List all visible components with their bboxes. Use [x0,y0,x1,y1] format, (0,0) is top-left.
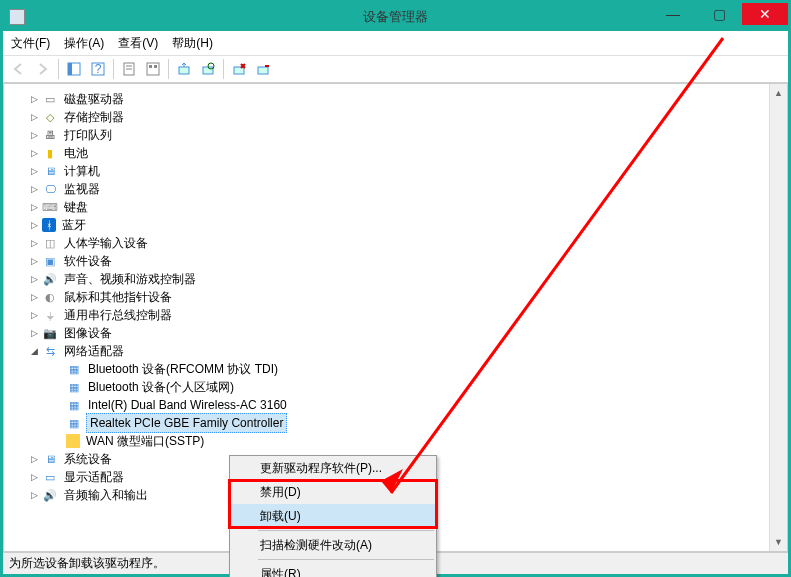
svg-text:?: ? [95,62,102,76]
adapter-icon: ▦ [66,379,82,395]
hid-icon: ◫ [42,235,58,251]
node-hid[interactable]: ▷◫人体学输入设备 [14,234,769,252]
node-software[interactable]: ▷▣软件设备 [14,252,769,270]
network-icon: ⇆ [42,343,58,359]
scroll-up-icon[interactable]: ▲ [770,84,787,102]
audio-io-icon: 🔊 [42,487,58,503]
computer-icon: 🖥 [42,163,58,179]
ctx-update-driver[interactable]: 更新驱动程序软件(P)... [230,456,436,480]
storage-icon: ◇ [42,109,58,125]
toolbar: ? [3,55,788,83]
properties-button[interactable] [117,57,141,81]
battery-icon: ▮ [42,145,58,161]
scroll-down-icon[interactable]: ▼ [770,533,787,551]
system-icon: 🖥 [42,451,58,467]
scan-hardware-button[interactable] [196,57,220,81]
device-manager-window: 设备管理器 — ▢ ✕ 文件(F) 操作(A) 查看(V) 帮助(H) ? ▷▭… [0,0,791,577]
uninstall-button[interactable] [227,57,251,81]
ctx-disable[interactable]: 禁用(D) [230,480,436,504]
audio-icon: 🔊 [42,271,58,287]
close-button[interactable]: ✕ [742,3,788,25]
separator [113,59,114,79]
node-imaging[interactable]: ▷📷图像设备 [14,324,769,342]
usb-icon: ⏚ [42,307,58,323]
node-bluetooth[interactable]: ▷ᚼ蓝牙 [14,216,769,234]
disable-button[interactable] [251,57,275,81]
mouse-icon: ◐ [42,289,58,305]
svg-rect-10 [179,67,189,74]
node-battery[interactable]: ▷▮电池 [14,144,769,162]
node-network[interactable]: ◢⇆网络适配器 [14,342,769,360]
forward-button[interactable] [31,57,55,81]
keyboard-icon: ⌨ [42,199,58,215]
monitor-icon: 🖵 [42,181,58,197]
bluetooth-icon: ᚼ [42,218,56,232]
svg-rect-1 [68,63,72,75]
printer-icon: 🖶 [42,127,58,143]
show-hide-tree-button[interactable] [62,57,86,81]
vertical-scrollbar[interactable]: ▲ ▼ [769,84,787,551]
context-menu: 更新驱动程序软件(P)... 禁用(D) 卸载(U) 扫描检测硬件改动(A) 属… [229,455,437,577]
separator [168,59,169,79]
svg-rect-11 [203,67,213,74]
scroll-track[interactable] [770,102,787,533]
window-buttons: — ▢ ✕ [650,3,788,25]
menu-action[interactable]: 操作(A) [64,35,104,52]
view-button[interactable] [141,57,165,81]
ctx-scan[interactable]: 扫描检测硬件改动(A) [230,533,436,557]
node-wan-sstp[interactable]: ·WAN 微型端口(SSTP) [14,432,769,450]
node-realtek[interactable]: ·▦Realtek PCIe GBE Family Controller [14,414,769,432]
node-intel-wifi[interactable]: ·▦Intel(R) Dual Band Wireless-AC 3160 [14,396,769,414]
node-disk[interactable]: ▷▭磁盘驱动器 [14,90,769,108]
node-keyboard[interactable]: ▷⌨键盘 [14,198,769,216]
separator [58,59,59,79]
svg-rect-9 [154,65,157,68]
node-computer[interactable]: ▷🖥计算机 [14,162,769,180]
node-audio[interactable]: ▷🔊声音、视频和游戏控制器 [14,270,769,288]
node-storage[interactable]: ▷◇存储控制器 [14,108,769,126]
imaging-icon: 📷 [42,325,58,341]
menu-view[interactable]: 查看(V) [118,35,158,52]
separator [258,530,434,531]
node-print[interactable]: ▷🖶打印队列 [14,126,769,144]
separator [223,59,224,79]
ctx-properties[interactable]: 属性(R) [230,562,436,577]
status-text: 为所选设备卸载该驱动程序。 [9,555,165,572]
display-icon: ▭ [42,469,58,485]
update-driver-button[interactable] [172,57,196,81]
disk-icon: ▭ [42,91,58,107]
node-mouse[interactable]: ▷◐鼠标和其他指针设备 [14,288,769,306]
menu-bar: 文件(F) 操作(A) 查看(V) 帮助(H) [3,31,788,55]
svg-rect-13 [234,67,244,74]
node-monitor[interactable]: ▷🖵监视器 [14,180,769,198]
back-button[interactable] [7,57,31,81]
menu-help[interactable]: 帮助(H) [172,35,213,52]
svg-rect-8 [149,65,152,68]
menu-file[interactable]: 文件(F) [11,35,50,52]
software-icon: ▣ [42,253,58,269]
svg-rect-7 [147,63,159,75]
adapter-icon: ▦ [66,415,82,431]
maximize-button[interactable]: ▢ [696,3,742,25]
node-usb[interactable]: ▷⏚通用串行总线控制器 [14,306,769,324]
node-bt-pan[interactable]: ·▦Bluetooth 设备(个人区域网) [14,378,769,396]
separator [258,559,434,560]
help-button[interactable]: ? [86,57,110,81]
minimize-button[interactable]: — [650,3,696,25]
wan-icon [66,434,80,448]
ctx-uninstall[interactable]: 卸载(U) [230,504,436,528]
adapter-icon: ▦ [66,361,82,377]
svg-rect-14 [258,67,268,74]
node-bt-rfcomm[interactable]: ·▦Bluetooth 设备(RFCOMM 协议 TDI) [14,360,769,378]
adapter-icon: ▦ [66,397,82,413]
titlebar[interactable]: 设备管理器 — ▢ ✕ [3,3,788,31]
